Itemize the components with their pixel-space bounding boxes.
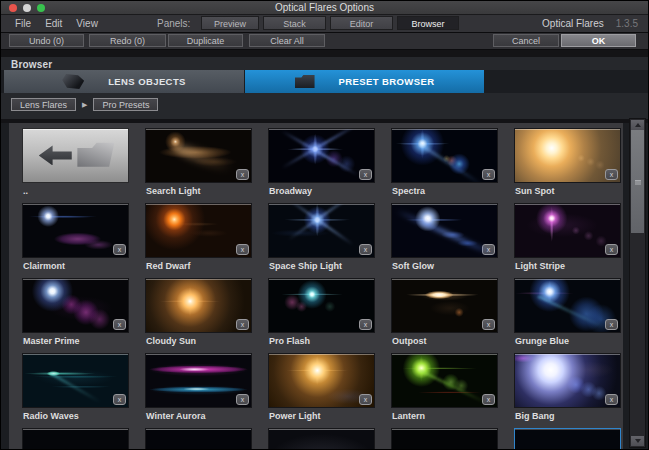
preset-thumbnail[interactable]: x	[515, 204, 620, 257]
thumbnail-x-badge[interactable]: x	[113, 244, 126, 255]
preset-item[interactable]: xPro Flash	[269, 279, 374, 354]
tab-lens-objects[interactable]: LENS OBJECTS	[4, 70, 244, 93]
menu-items: File Edit View	[15, 15, 98, 32]
panel-stack-button[interactable]: Stack	[263, 16, 326, 30]
preset-label: Pro Flash	[269, 336, 374, 346]
tab-preset-browser[interactable]: PRESET BROWSER	[245, 70, 484, 93]
preset-thumbnail[interactable]: x	[269, 129, 374, 182]
preset-item[interactable]: xMaster Prime	[23, 279, 128, 354]
panel-browser-button[interactable]: Browser	[397, 16, 459, 30]
preset-thumbnail[interactable]	[515, 429, 620, 450]
thumbnail-x-badge[interactable]: x	[236, 394, 249, 405]
duplicate-button[interactable]: Duplicate	[168, 34, 243, 47]
scrollbar-up-button[interactable]	[631, 120, 644, 130]
preset-thumbnail[interactable]: x	[146, 354, 251, 407]
preset-label: Master Prime	[23, 336, 128, 346]
thumbnail-x-badge[interactable]: x	[113, 394, 126, 405]
breadcrumb: Lens Flares ▶ Pro Presets	[11, 98, 158, 111]
ok-button[interactable]: OK	[561, 34, 636, 47]
clear-all-button[interactable]: Clear All	[249, 34, 325, 47]
go-up-thumbnail[interactable]	[23, 129, 128, 182]
preset-thumbnail[interactable]: x	[269, 204, 374, 257]
preset-grid: ..xSearch LightxBroadwayxSpectraxSun Spo…	[9, 123, 623, 450]
preset-thumbnail[interactable]	[392, 429, 497, 450]
preset-label: Search Light	[146, 186, 251, 196]
preset-up-item[interactable]: ..	[23, 129, 128, 204]
preset-thumbnail[interactable]: x	[23, 279, 128, 332]
preset-item[interactable]: xClairmont	[23, 204, 128, 279]
thumbnail-x-badge[interactable]: x	[605, 394, 618, 405]
preset-thumbnail[interactable]: x	[146, 129, 251, 182]
thumbnail-x-badge[interactable]: x	[236, 169, 249, 180]
preset-item[interactable]	[269, 429, 374, 450]
brand-area: Optical Flares 1.3.5	[542, 15, 638, 32]
preset-item[interactable]: xSpectra	[392, 129, 497, 204]
preset-thumbnail[interactable]: x	[23, 204, 128, 257]
menu-edit[interactable]: Edit	[45, 18, 62, 29]
preset-item[interactable]	[515, 429, 620, 450]
preset-item[interactable]: xBroadway	[269, 129, 374, 204]
preset-item[interactable]: xRed Dwarf	[146, 204, 251, 279]
version-label: 1.3.5	[616, 18, 638, 29]
preset-item[interactable]: xWinter Aurora	[146, 354, 251, 429]
preset-item[interactable]: xCloudy Sun	[146, 279, 251, 354]
thumbnail-x-badge[interactable]: x	[482, 244, 495, 255]
preset-item[interactable]: xBig Bang	[515, 354, 620, 429]
undo-button[interactable]: Undo (0)	[9, 34, 84, 47]
preset-thumbnail[interactable]: x	[392, 354, 497, 407]
breadcrumb-pro-presets[interactable]: Pro Presets	[93, 98, 158, 111]
preset-label: Power Light	[269, 411, 374, 421]
preset-thumbnail[interactable]: x	[146, 204, 251, 257]
menu-view[interactable]: View	[76, 18, 98, 29]
preset-thumbnail[interactable]: x	[392, 279, 497, 332]
thumbnail-x-badge[interactable]: x	[482, 169, 495, 180]
panel-editor-button[interactable]: Editor	[330, 16, 393, 30]
thumbnail-x-badge[interactable]: x	[236, 244, 249, 255]
separator	[1, 50, 648, 57]
thumbnail-x-badge[interactable]: x	[605, 169, 618, 180]
scrollbar-thumb[interactable]	[631, 130, 644, 233]
preset-thumbnail[interactable]	[269, 429, 374, 450]
preset-thumbnail[interactable]: x	[269, 279, 374, 332]
thumbnail-x-badge[interactable]: x	[482, 394, 495, 405]
breadcrumb-lens-flares[interactable]: Lens Flares	[11, 98, 76, 111]
preset-thumbnail[interactable]: x	[515, 279, 620, 332]
thumbnail-x-badge[interactable]: x	[359, 244, 372, 255]
preset-thumbnail[interactable]	[146, 429, 251, 450]
scrollbar-down-button[interactable]	[631, 436, 644, 446]
preset-thumbnail[interactable]: x	[515, 129, 620, 182]
preset-item[interactable]	[23, 429, 128, 450]
preset-thumbnail[interactable]: x	[392, 204, 497, 257]
vertical-scrollbar[interactable]	[629, 118, 646, 448]
thumbnail-x-badge[interactable]: x	[359, 319, 372, 330]
preset-item[interactable]: xRadio Waves	[23, 354, 128, 429]
preset-item[interactable]	[392, 429, 497, 450]
thumbnail-x-badge[interactable]: x	[359, 394, 372, 405]
menu-file[interactable]: File	[15, 18, 31, 29]
preset-item[interactable]: xLight Stripe	[515, 204, 620, 279]
thumbnail-x-badge[interactable]: x	[482, 319, 495, 330]
preset-item[interactable]: xSoft Glow	[392, 204, 497, 279]
panel-preview-button[interactable]: Preview	[201, 16, 259, 30]
preset-thumbnail[interactable]: x	[269, 354, 374, 407]
thumbnail-x-badge[interactable]: x	[236, 319, 249, 330]
preset-item[interactable]: xLantern	[392, 354, 497, 429]
preset-thumbnail[interactable]: x	[515, 354, 620, 407]
preset-thumbnail[interactable]	[23, 429, 128, 450]
preset-item[interactable]: xSun Spot	[515, 129, 620, 204]
thumbnail-x-badge[interactable]: x	[113, 319, 126, 330]
preset-item[interactable]: xSearch Light	[146, 129, 251, 204]
preset-item[interactable]	[146, 429, 251, 450]
preset-thumbnail[interactable]: x	[23, 354, 128, 407]
thumbnail-x-badge[interactable]: x	[359, 169, 372, 180]
preset-thumbnail[interactable]: x	[392, 129, 497, 182]
preset-item[interactable]: xPower Light	[269, 354, 374, 429]
redo-button[interactable]: Redo (0)	[89, 34, 166, 47]
thumbnail-x-badge[interactable]: x	[605, 319, 618, 330]
preset-item[interactable]: xSpace Ship Light	[269, 204, 374, 279]
thumbnail-x-badge[interactable]: x	[605, 244, 618, 255]
preset-item[interactable]: xOutpost	[392, 279, 497, 354]
preset-thumbnail[interactable]: x	[146, 279, 251, 332]
cancel-button[interactable]: Cancel	[493, 34, 559, 47]
preset-item[interactable]: xGrunge Blue	[515, 279, 620, 354]
